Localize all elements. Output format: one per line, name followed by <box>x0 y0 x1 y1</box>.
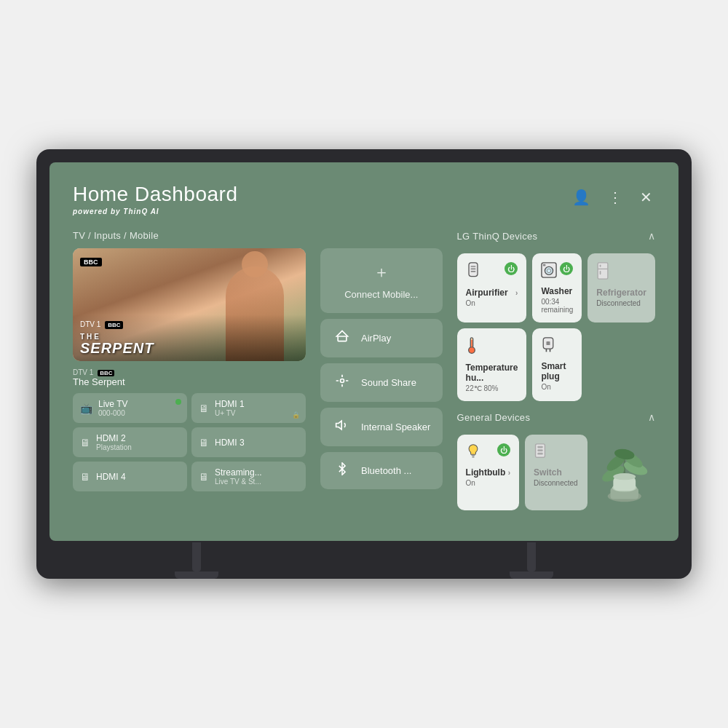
bluetooth-card[interactable]: Bluetooth ... <box>320 452 443 489</box>
lightbulb-arrow: › <box>508 469 510 477</box>
active-indicator <box>175 399 181 405</box>
general-collapse-button[interactable]: ∧ <box>648 411 655 423</box>
thinq-badge: powered by ThinQ AI <box>73 207 237 215</box>
tv-section: TV / Inputs / Mobile BBC <box>73 230 306 521</box>
refrigerator-header <box>596 262 646 283</box>
connect-mobile-label: Connect Mobile... <box>344 289 418 300</box>
channel-sub: DTV 1 BBC <box>73 368 306 376</box>
connect-mobile-card[interactable]: ＋ Connect Mobile... <box>320 248 443 313</box>
svg-rect-5 <box>470 269 475 270</box>
airplay-label: AirPlay <box>361 333 391 344</box>
hdmi4-icon: 🖥 <box>80 471 90 483</box>
plus-icon: ＋ <box>373 261 389 283</box>
airplay-card[interactable]: AirPlay <box>320 319 443 357</box>
hdmi3-icon: 🖥 <box>199 437 209 448</box>
device-smart-plug[interactable]: Smart plug On <box>532 328 582 401</box>
menu-button[interactable]: ⋮ <box>605 186 625 209</box>
device-switch[interactable]: Switch Disconnected <box>525 435 587 510</box>
lightbulb-header: ⏻ <box>466 443 510 463</box>
svg-rect-10 <box>543 264 546 266</box>
hdmi2-icon: 🖥 <box>80 437 90 448</box>
smart-plug-status: On <box>541 383 573 391</box>
header-actions: 👤 ⋮ ✕ <box>569 186 655 209</box>
streaming-icon: 🖥 <box>199 471 209 483</box>
thinq-section-header: LG ThinQ Devices ∧ <box>457 230 655 242</box>
airpurifier-power-button[interactable]: ⏻ <box>505 262 518 275</box>
user-button[interactable]: 👤 <box>569 186 593 209</box>
device-temperature[interactable]: Temperature hu... 22℃ 80% <box>457 328 527 401</box>
input-hdmi1[interactable]: 🖥 HDMI 1 U+ TV 🔒 <box>191 393 306 423</box>
input-hdmi2[interactable]: 🖥 HDMI 2 Playstation <box>73 427 187 457</box>
svg-rect-17 <box>471 339 472 347</box>
refrigerator-status: Disconnected <box>596 299 646 307</box>
device-washer[interactable]: ⏻ Washer 00:34 remaining <box>532 253 582 323</box>
smart-plug-header <box>541 337 573 357</box>
svg-rect-4 <box>470 266 475 267</box>
svg-rect-11 <box>598 263 608 279</box>
plant-decoration-cell <box>593 435 655 510</box>
general-title: General Devices <box>457 412 531 423</box>
show-name-display: THE SERPENT <box>80 333 298 355</box>
washer-name: Washer <box>541 286 573 296</box>
tv-frame: Home Dashboard powered by ThinQ AI 👤 ⋮ ✕… <box>36 149 692 579</box>
svg-rect-21 <box>547 341 550 345</box>
main-grid: TV / Inputs / Mobile BBC <box>73 230 655 521</box>
input-grid: 📺 Live TV 000-000 🖥 HDMI 1 U+ TV <box>73 393 306 491</box>
streaming-info: Streaming... Live TV & St... <box>215 467 262 486</box>
stand-left <box>175 542 218 579</box>
input-hdmi3[interactable]: 🖥 HDMI 3 <box>191 427 306 457</box>
thinq-collapse-button[interactable]: ∧ <box>648 230 655 242</box>
airpurifier-name: Airpurifier › <box>466 288 518 298</box>
airpurifier-status: On <box>466 299 518 307</box>
device-airpurifier[interactable]: ⏻ Airpurifier › On <box>457 253 527 323</box>
lightbulb-power-button[interactable]: ⏻ <box>497 443 510 456</box>
switch-name: Switch <box>534 467 578 478</box>
svg-point-8 <box>545 266 553 274</box>
input-hdmi4[interactable]: 🖥 HDMI 4 <box>73 462 187 491</box>
bluetooth-label: Bluetooth ... <box>361 465 411 476</box>
temperature-header <box>466 337 518 358</box>
hdmi4-info: HDMI 4 <box>96 472 126 482</box>
svg-rect-0 <box>338 336 347 341</box>
hdmi1-lock-icon: 🔒 <box>292 411 300 419</box>
live-tv-icon: 📺 <box>80 403 92 414</box>
stand-leg-right <box>527 542 536 571</box>
smart-plug-name: Smart plug <box>541 361 573 381</box>
close-button[interactable]: ✕ <box>637 186 655 209</box>
airplay-icon <box>332 329 352 347</box>
input-streaming[interactable]: 🖥 Streaming... Live TV & St... <box>191 462 306 491</box>
input-live-tv[interactable]: 📺 Live TV 000-000 <box>73 393 187 423</box>
temperature-name: Temperature hu... <box>466 363 518 383</box>
smart-plug-icon <box>541 337 555 357</box>
device-refrigerator[interactable]: Refrigerator Disconnected <box>587 253 655 323</box>
general-device-grid: ⏻ Lightbulb › On <box>457 435 655 510</box>
general-section-header: General Devices ∧ <box>457 411 655 423</box>
washer-power-button[interactable]: ⏻ <box>560 262 573 275</box>
thinq-logo: ThinQ AI <box>123 207 159 215</box>
temperature-status: 22℃ 80% <box>466 384 518 392</box>
tv-preview[interactable]: BBC DTV 1 BBC <box>73 248 306 361</box>
header: Home Dashboard powered by ThinQ AI 👤 ⋮ ✕ <box>73 183 655 215</box>
switch-icon <box>534 443 547 463</box>
show-name-text: The Serpent <box>73 376 306 387</box>
device-lightbulb[interactable]: ⏻ Lightbulb › On <box>457 435 519 510</box>
internal-speaker-label: Internal Speaker <box>361 422 430 432</box>
general-section: General Devices ∧ <box>457 411 655 510</box>
temperature-icon <box>466 337 478 358</box>
thinq-section: LG ThinQ Devices ∧ <box>457 230 655 401</box>
hdmi2-info: HDMI 2 Playstation <box>96 433 132 451</box>
header-title: Home Dashboard powered by ThinQ AI <box>73 183 237 215</box>
stand-leg-left <box>192 542 201 571</box>
page-title: Home Dashboard <box>73 183 237 206</box>
show-title-overlay: DTV 1 BBC THE SERPENT <box>73 314 306 361</box>
sound-share-card[interactable]: Sound Share <box>320 363 443 402</box>
washer-icon <box>541 262 557 282</box>
svg-rect-6 <box>470 271 475 272</box>
sound-share-icon <box>332 373 352 392</box>
svg-rect-14 <box>600 264 601 266</box>
svg-rect-27 <box>537 453 542 455</box>
washer-header: ⏻ <box>541 262 573 282</box>
internal-speaker-card[interactable]: Internal Speaker <box>320 408 443 446</box>
switch-status: Disconnected <box>534 479 578 487</box>
svg-point-1 <box>341 379 344 383</box>
